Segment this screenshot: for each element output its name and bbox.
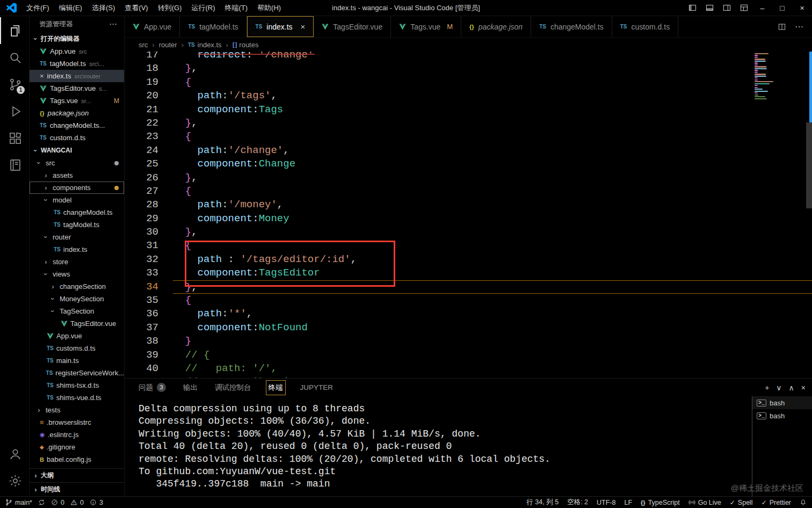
panel-action-close-panel[interactable]: × xyxy=(801,383,806,392)
tab-tags-vue[interactable]: Tags.vueM xyxy=(391,16,461,37)
open-editor-changemodel-ts[interactable]: TSchangeModel.ts... xyxy=(30,119,124,132)
tree-item-main-ts[interactable]: TSmain.ts xyxy=(30,354,124,367)
panel-action-maximize-panel[interactable]: ∧ xyxy=(789,383,794,392)
maximize-button[interactable]: □ xyxy=(772,0,792,16)
tree-item-src[interactable]: ›src xyxy=(30,157,124,169)
status-eol[interactable]: LF xyxy=(624,499,632,506)
more-actions-icon[interactable]: ⋯ xyxy=(109,19,118,29)
code-line-40[interactable]: 40 // path: '/', xyxy=(125,362,812,375)
menu-selection[interactable]: 选择(S) xyxy=(87,4,120,12)
breadcrumb-index-ts[interactable]: TSindex.ts xyxy=(188,41,222,49)
tree-item-model[interactable]: ›model xyxy=(30,194,124,206)
layout-custom-icon[interactable] xyxy=(735,0,752,16)
code-line-26[interactable]: 26 }, xyxy=(125,171,812,185)
code-line-24[interactable]: 24 path:'/change', xyxy=(125,144,812,157)
tree-item-tests[interactable]: ›tests xyxy=(30,404,124,416)
tree-item-shims-tsx-d-ts[interactable]: TSshims-tsx.d.ts xyxy=(30,379,124,391)
code-line-18[interactable]: 18 }, xyxy=(125,62,812,75)
code-line-31[interactable]: 31 { xyxy=(125,239,812,252)
tree-item-changemodel-ts[interactable]: TSchangeModel.ts xyxy=(30,206,124,219)
tree-item-browserslistrc[interactable]: ≡.browserslistrc xyxy=(30,416,124,429)
panel-tab-problems[interactable]: 问题3 xyxy=(139,383,166,393)
menu-help[interactable]: 帮助(H) xyxy=(252,4,286,12)
activity-run-debug[interactable] xyxy=(0,98,29,125)
tree-item-customs-d-ts[interactable]: TScustoms.d.ts xyxy=(30,342,124,354)
activity-explorer[interactable] xyxy=(0,17,29,44)
activity-settings[interactable] xyxy=(0,467,29,494)
breadcrumb-router[interactable]: router xyxy=(159,41,177,49)
activity-account[interactable] xyxy=(0,440,29,467)
status-info[interactable]: 3 xyxy=(90,499,103,506)
open-editor-index-ts[interactable]: ×index.tssrc\router xyxy=(30,70,124,82)
tree-item-eslintrc-js[interactable]: ◉.eslintrc.js xyxy=(30,429,124,441)
tree-item-shims-vue-d-ts[interactable]: TSshims-vue.d.ts xyxy=(30,391,124,404)
status-spell[interactable]: ✓Spell xyxy=(730,499,753,506)
open-editor-tagmodel-ts[interactable]: TStagModel.tssrc\... xyxy=(30,57,124,70)
activity-search[interactable] xyxy=(0,44,29,71)
status-language-mode[interactable]: {}TypeScript xyxy=(641,499,680,506)
code-line-20[interactable]: 20 path:'/tags', xyxy=(125,89,812,103)
editor-scrollbar[interactable] xyxy=(806,122,812,208)
layout-panel-icon[interactable] xyxy=(701,0,718,16)
tab-tagmodel-ts[interactable]: TStagModel.ts xyxy=(180,16,247,37)
panel-action-terminal-dropdown[interactable]: ∨ xyxy=(776,383,781,392)
panel-action-new-terminal[interactable]: + xyxy=(765,383,769,392)
panel-tab-jupyter[interactable]: JUPYTER xyxy=(300,383,334,391)
status-encoding[interactable]: UTF-8 xyxy=(597,499,615,506)
code-line-39[interactable]: 39 // { xyxy=(125,349,812,362)
status-indentation[interactable]: 空格: 2 xyxy=(567,498,588,507)
timeline-section-header[interactable]: › 时间线 xyxy=(30,482,124,496)
status-notifications[interactable] xyxy=(800,499,807,506)
open-editor-custom-d-ts[interactable]: TScustom.d.ts xyxy=(30,132,124,144)
tab-tagseditor-vue[interactable]: TagsEditor.vue xyxy=(314,16,391,37)
menu-run[interactable]: 运行(R) xyxy=(186,4,220,12)
more-actions-icon[interactable]: ⋯ xyxy=(795,21,803,32)
status-errors[interactable]: 0 xyxy=(51,499,64,506)
tree-item-tagsection[interactable]: ›TagSection xyxy=(30,305,124,317)
menu-terminal[interactable]: 终端(T) xyxy=(220,4,252,12)
tree-item-app-vue[interactable]: App.vue xyxy=(30,330,124,342)
tree-item-views[interactable]: ›views xyxy=(30,268,124,280)
tab-changemodel-ts[interactable]: TSchangeModel.ts xyxy=(531,16,612,37)
breadcrumb-src[interactable]: src xyxy=(139,41,148,49)
layout-secondary-icon[interactable] xyxy=(718,0,735,16)
minimap[interactable] xyxy=(755,53,806,99)
tab-app-vue[interactable]: App.vue xyxy=(125,16,180,37)
open-editor-package-json[interactable]: {}package.json xyxy=(30,107,124,119)
activity-extensions[interactable] xyxy=(0,125,29,151)
panel-tab-debug-console[interactable]: 调试控制台 xyxy=(215,383,251,393)
code-line-33[interactable]: 33 component:TagsEditor xyxy=(125,266,812,280)
menu-view[interactable]: 查看(V) xyxy=(120,4,153,12)
tab-custom-d-ts[interactable]: TScustom.d.ts xyxy=(612,16,678,37)
close-icon[interactable]: × xyxy=(301,22,306,31)
code-line-22[interactable]: 22 }, xyxy=(125,117,812,130)
tree-item-router[interactable]: ›router xyxy=(30,231,124,243)
tab-index-ts[interactable]: TSindex.ts× xyxy=(247,16,314,37)
panel-tab-output[interactable]: 输出 xyxy=(183,383,198,393)
tree-item-registerservicework[interactable]: TSregisterServiceWork... xyxy=(30,367,124,379)
code-line-35[interactable]: 35 { xyxy=(125,294,812,307)
open-editors-section-header[interactable]: › 打开的编辑器 xyxy=(30,32,124,45)
menu-edit[interactable]: 编辑(E) xyxy=(54,4,87,12)
open-editor-app-vue[interactable]: App.vuesrc xyxy=(30,45,124,57)
status-prettier[interactable]: ✓Prettier xyxy=(762,499,791,506)
menu-file[interactable]: 文件(F) xyxy=(21,4,54,12)
code-line-17[interactable]: 17 redirect: '/change' xyxy=(125,52,812,62)
code-line-37[interactable]: 37 component:NotFound xyxy=(125,321,812,335)
code-line-32[interactable]: 32 path : '/tags/editor/:id', xyxy=(125,253,812,266)
tree-item-babel-config-js[interactable]: Bbabel.config.js xyxy=(30,453,124,466)
tree-item-components[interactable]: ›components xyxy=(30,182,124,194)
tree-item-index-ts[interactable]: TSindex.ts xyxy=(30,243,124,256)
activity-source-control[interactable]: 1 xyxy=(0,71,29,98)
tree-item-changesection[interactable]: ›changeSection xyxy=(30,280,124,293)
layout-sidebar-icon[interactable] xyxy=(684,0,701,16)
code-line-21[interactable]: 21 component:Tags xyxy=(125,103,812,117)
tree-item-assets[interactable]: ›assets xyxy=(30,169,124,182)
code-line-19[interactable]: 19 { xyxy=(125,76,812,89)
terminal-output[interactable]: Delta compression using up to 8 threadsC… xyxy=(125,396,752,496)
code-line-25[interactable]: 25 component:Change xyxy=(125,157,812,171)
project-section-header[interactable]: › WANGCAI xyxy=(30,144,124,157)
tree-item-store[interactable]: ›store xyxy=(30,256,124,268)
code-line-34[interactable]: 34 }, xyxy=(125,280,812,294)
tree-item-tagseditor-vue[interactable]: TagsEditor.vue xyxy=(30,317,124,330)
